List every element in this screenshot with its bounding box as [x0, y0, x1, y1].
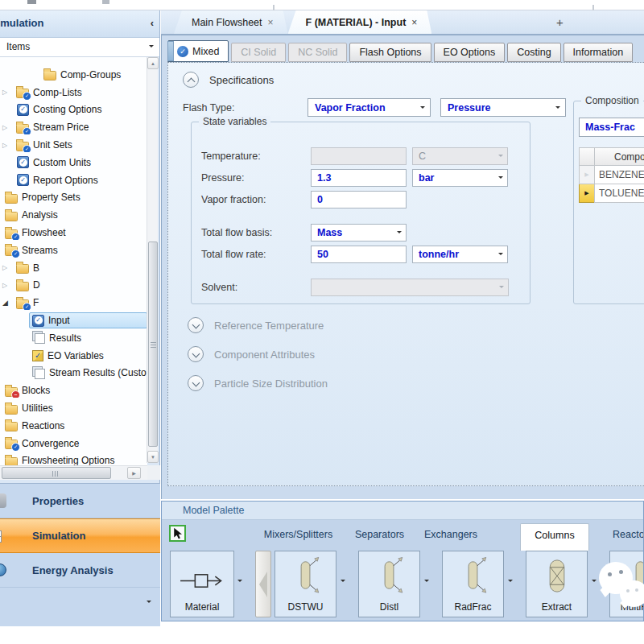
model-button[interactable]: DSTWU — [275, 551, 336, 617]
scroll-down-icon[interactable]: ▼ — [147, 451, 159, 463]
form-tab[interactable]: NC Solid — [288, 43, 347, 62]
tree-item[interactable]: Custom Units — [0, 154, 147, 171]
model-options-chevron-icon[interactable] — [424, 580, 429, 582]
tree-expander-icon[interactable]: ◢ — [2, 299, 13, 307]
value-input[interactable] — [311, 147, 407, 165]
value-input[interactable] — [311, 279, 509, 296]
tree-expander-icon[interactable]: ▷ — [2, 142, 13, 149]
row-marker-icon — [579, 184, 594, 203]
chevron-down-icon — [149, 45, 154, 47]
palette-scroll-left-button[interactable] — [255, 551, 271, 617]
chevron-down-icon — [555, 106, 560, 109]
palette-tab[interactable]: Columns — [520, 523, 589, 551]
model-options-chevron-icon[interactable] — [508, 580, 513, 582]
model-button[interactable]: RadFrac — [442, 551, 504, 617]
model-button[interactable]: Distl — [358, 551, 420, 617]
model-options-chevron-icon[interactable] — [341, 580, 345, 582]
value-input[interactable]: 50 — [311, 246, 407, 263]
flash-type-select-2[interactable]: Pressure — [440, 98, 566, 117]
tree-item[interactable]: ▷ B — [0, 259, 147, 277]
tree-expander-icon[interactable]: ▷ — [2, 124, 13, 131]
environment-button[interactable]: Simulation — [0, 518, 160, 553]
unit-select[interactable]: tonne/hr — [412, 246, 508, 263]
tab-scroll-strip[interactable] — [167, 41, 174, 61]
expand-section-icon[interactable] — [188, 346, 204, 362]
composition-row[interactable]: BENZENE — [579, 166, 644, 184]
expand-section-icon[interactable] — [188, 317, 204, 333]
palette-tab[interactable]: Reactors — [599, 529, 644, 540]
unit-select[interactable]: bar — [412, 169, 508, 187]
form-tab[interactable]: Information — [564, 43, 634, 62]
value-input[interactable]: Mass — [311, 224, 407, 242]
model-palette-title: Model Palette — [162, 502, 643, 520]
model-button[interactable]: Extract — [526, 551, 588, 617]
tree-item-icon — [5, 422, 18, 431]
document-tab[interactable]: Main Flowsheet × — [174, 10, 288, 34]
tree-item[interactable]: Analysis — [0, 206, 147, 224]
tree-item[interactable]: Flowsheet — [0, 224, 147, 242]
tree-item[interactable]: ▷ Comp-Lists — [0, 84, 147, 101]
flash-type-select-1[interactable]: Vapor Fraction — [308, 98, 431, 117]
new-tab-button[interactable]: + — [556, 16, 564, 28]
composition-row[interactable]: TOLUENE — [579, 184, 644, 203]
document-tab[interactable]: F (MATERIAL) - Input × — [288, 10, 432, 34]
form-tab[interactable]: EO Options — [434, 43, 506, 62]
items-filter-dropdown[interactable]: Items — [0, 38, 159, 57]
tree-item[interactable]: ▷ Stream Price — [0, 118, 147, 136]
tree-item[interactable]: Flowsheeting Options — [0, 452, 147, 465]
tree-expander-icon[interactable]: ▷ — [2, 89, 13, 96]
material-options-chevron-icon[interactable] — [237, 580, 242, 582]
material-stream-button[interactable]: Material — [170, 551, 234, 617]
specifications-section-header[interactable]: Specifications — [183, 72, 274, 88]
tree-item[interactable]: EO Variables — [0, 347, 147, 365]
form-tab[interactable]: CI Solid — [231, 43, 286, 62]
scrollbar-thumb[interactable] — [148, 242, 158, 447]
scrollbar-thumb[interactable] — [2, 467, 111, 479]
tree-item[interactable]: Stream Results (Custom) — [0, 365, 147, 382]
form-tab[interactable]: Flash Options — [349, 43, 431, 62]
tree-horizontal-scrollbar[interactable]: ▶ — [0, 465, 147, 480]
collapsed-section-header[interactable]: Reference Temperature — [188, 316, 328, 334]
tree-item[interactable]: Convergence — [0, 435, 147, 452]
tree-item[interactable]: Report Options — [0, 171, 147, 189]
collapse-section-icon[interactable] — [183, 72, 199, 88]
palette-tab[interactable]: Mixers/Splitters — [252, 529, 345, 540]
composition-basis-select[interactable]: Mass-Frac — [579, 118, 644, 137]
close-tab-icon[interactable]: × — [411, 17, 417, 28]
palette-tab[interactable]: Separators — [345, 529, 414, 540]
form-tab[interactable]: Mixed — [167, 40, 229, 62]
tree-item[interactable]: ◢ F — [0, 294, 147, 312]
tree-item[interactable]: Comp-Groups — [0, 66, 147, 84]
tree-item[interactable]: ▷ D — [0, 277, 147, 295]
tree-item[interactable]: Input — [0, 312, 147, 329]
tree-item[interactable]: Streams — [0, 242, 147, 259]
palette-tab[interactable]: Exchangers — [416, 529, 485, 540]
tree-item-icon — [16, 89, 29, 98]
scroll-up-icon[interactable]: ▲ — [147, 57, 159, 69]
collapsed-section-header[interactable]: Component Attributes — [188, 345, 328, 363]
form-tab[interactable]: Costing — [507, 43, 560, 62]
tree-item[interactable]: Utilities — [0, 399, 147, 417]
value-input[interactable]: 1.3 — [311, 169, 407, 187]
tree-item[interactable]: Results — [0, 329, 147, 347]
environment-icon — [0, 564, 6, 576]
tree-item[interactable]: ▷ Unit Sets — [0, 136, 147, 154]
collapsed-section-header[interactable]: Particle Size Distribution — [188, 374, 328, 392]
environment-button[interactable]: Energy Analysis — [0, 553, 160, 588]
tree-item[interactable]: Reactions — [0, 417, 147, 435]
tree-item[interactable]: Property Sets — [0, 189, 147, 207]
tree-expander-icon[interactable]: ▷ — [2, 264, 13, 271]
unit-select[interactable]: C — [412, 147, 508, 165]
tree-expander-icon[interactable]: ▷ — [2, 282, 13, 289]
collapse-pane-icon[interactable]: ‹ — [151, 17, 154, 29]
tree-item[interactable]: Costing Options — [0, 101, 147, 119]
tree-item[interactable]: Blocks — [0, 382, 147, 399]
model-options-chevron-icon[interactable] — [592, 580, 597, 582]
tree-vertical-scrollbar[interactable]: ▲ ▼ — [147, 57, 158, 463]
expand-section-icon[interactable] — [188, 375, 204, 391]
environment-button[interactable]: Properties — [0, 484, 160, 518]
pane-options-chevron-icon[interactable] — [147, 601, 151, 603]
scroll-right-icon[interactable]: ▶ — [127, 467, 141, 479]
value-input[interactable]: 0 — [311, 191, 407, 208]
close-tab-icon[interactable]: × — [268, 17, 274, 28]
